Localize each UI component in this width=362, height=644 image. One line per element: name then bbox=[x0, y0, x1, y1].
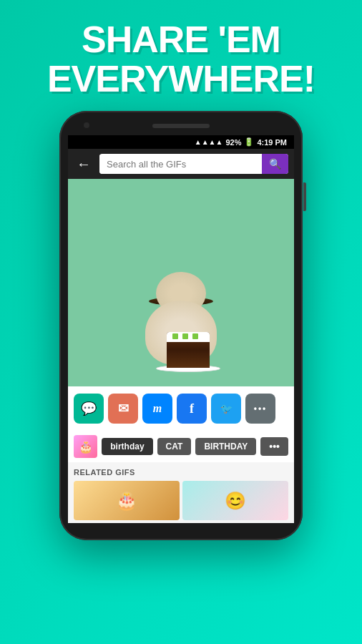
camera-dot bbox=[84, 122, 89, 128]
share-messenger-button[interactable]: m bbox=[142, 394, 172, 424]
cat-scene bbox=[68, 179, 294, 386]
share-buttons-row: 💬 ✉ m f 🐦 ••• bbox=[68, 386, 294, 431]
signal-bars: ▲▲▲▲ bbox=[195, 138, 223, 146]
related-gifs-row: 🎂 😊 bbox=[74, 481, 288, 520]
cake-slice bbox=[167, 332, 210, 368]
search-button[interactable]: 🔍 bbox=[262, 154, 288, 174]
main-gif-image[interactable] bbox=[68, 179, 294, 386]
share-facebook-button[interactable]: f bbox=[177, 394, 207, 424]
headline: SHARE 'EM EVERYWHERE! bbox=[0, 0, 362, 111]
phone-frame: ▲▲▲▲ 92% 🔋 4:19 PM ← 🔍 bbox=[59, 111, 303, 540]
phone-screen: ▲▲▲▲ 92% 🔋 4:19 PM ← 🔍 bbox=[68, 135, 294, 523]
related-gif-face-2: 😊 bbox=[182, 481, 288, 520]
share-more-button[interactable]: ••• bbox=[245, 394, 275, 424]
search-icon: 🔍 bbox=[269, 158, 281, 170]
search-input[interactable] bbox=[99, 155, 262, 174]
green-bit-2 bbox=[182, 333, 188, 339]
tag-thumbnail: 🎂 bbox=[74, 435, 97, 458]
tag-cat[interactable]: CAT bbox=[157, 438, 192, 455]
search-bar: ← 🔍 bbox=[68, 149, 294, 179]
status-bar: ▲▲▲▲ 92% 🔋 4:19 PM bbox=[68, 135, 294, 149]
tags-row: 🎂 birthday CAT BIRTHDAY ••• bbox=[68, 431, 294, 462]
related-gif-2[interactable]: 😊 bbox=[182, 481, 288, 520]
phone-top-bar bbox=[68, 124, 294, 135]
headline-line1: SHARE 'EM bbox=[82, 19, 280, 60]
tag-more[interactable]: ••• bbox=[260, 437, 288, 456]
green-bit-3 bbox=[192, 333, 198, 339]
related-gif-1[interactable]: 🎂 bbox=[74, 481, 180, 520]
headline-line2: EVERYWHERE! bbox=[47, 58, 315, 99]
share-mail-button[interactable]: ✉ bbox=[108, 394, 138, 424]
back-button[interactable]: ← bbox=[74, 155, 94, 174]
share-chat-button[interactable]: 💬 bbox=[74, 394, 104, 424]
cake-frosting bbox=[167, 332, 210, 342]
cake-green-bits bbox=[172, 333, 198, 339]
green-bit-1 bbox=[172, 333, 178, 339]
share-twitter-button[interactable]: 🐦 bbox=[211, 394, 241, 424]
search-container: 🔍 bbox=[99, 154, 288, 174]
status-time: 4:19 PM bbox=[257, 138, 287, 147]
battery-icon: 🔋 bbox=[244, 137, 254, 147]
cake-plate bbox=[156, 365, 220, 372]
speaker bbox=[152, 124, 210, 128]
related-gif-face-1: 🎂 bbox=[74, 481, 180, 520]
volume-button[interactable] bbox=[303, 182, 306, 211]
related-label: RELATED GIFS bbox=[74, 468, 288, 477]
battery-percent: 92% bbox=[225, 138, 241, 147]
tag-birthday2[interactable]: BIRTHDAY bbox=[195, 438, 256, 455]
tag-birthday-active[interactable]: birthday bbox=[102, 438, 152, 455]
related-section: RELATED GIFS 🎂 😊 bbox=[68, 462, 294, 523]
